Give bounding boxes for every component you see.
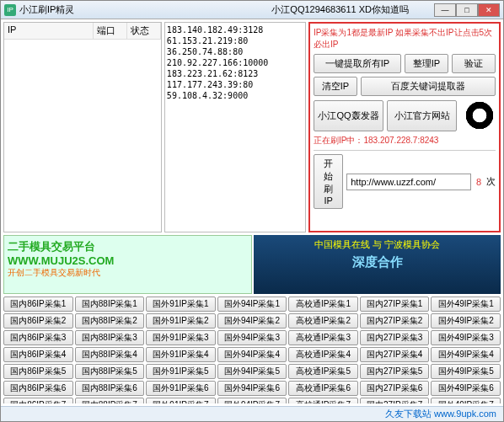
collector-button[interactable]: 国内88IP采集5 bbox=[75, 364, 145, 379]
collector-button[interactable]: 国内88IP采集2 bbox=[75, 313, 145, 329]
ip-log-line: 183.140.182.49:3128 bbox=[167, 24, 303, 35]
ip-log-line: 61.153.21.219:80 bbox=[167, 35, 303, 46]
baidu-keyword-button[interactable]: 百度关键词提取器 bbox=[361, 77, 496, 96]
collector-button[interactable]: 高校通IP采集1 bbox=[288, 296, 358, 312]
official-site-button[interactable]: 小江官方网站 bbox=[387, 100, 457, 131]
arrange-ip-button[interactable]: 整理IP bbox=[405, 54, 448, 73]
collector-button[interactable]: 国外94IP采集7 bbox=[217, 398, 287, 403]
url-input[interactable] bbox=[346, 174, 471, 190]
collector-button[interactable]: 国内27IP采集4 bbox=[360, 347, 430, 362]
collector-button[interactable]: 国内86IP采集3 bbox=[3, 330, 73, 345]
start-brush-button[interactable]: 开始刷IP bbox=[314, 154, 343, 209]
collector-button[interactable]: 国内86IP采集2 bbox=[3, 313, 73, 329]
col-ip: IP bbox=[4, 23, 94, 39]
collector-button-grid: 国内86IP采集1国内88IP采集1国外91IP采集1国外94IP采集1高校通I… bbox=[3, 296, 501, 403]
ip-log-line: 36.250.74.88:80 bbox=[167, 46, 303, 57]
titlebar: IP 小江刷IP精灵 小江QQ1294683611 XD你知道吗 — □ ✕ bbox=[1, 1, 503, 19]
ip-log-line: 183.223.21.62:8123 bbox=[167, 68, 303, 79]
ad-block: 二手模具交易平台 WWW.MUJU2S.COM 开创二手模具交易新时代 中国模具… bbox=[3, 235, 501, 294]
collector-button[interactable]: 国内27IP采集5 bbox=[360, 364, 430, 379]
collector-button[interactable]: 国外94IP采集5 bbox=[217, 364, 287, 379]
count-suffix: 次 bbox=[486, 175, 496, 188]
collector-button[interactable]: 高校通IP采集4 bbox=[288, 347, 358, 362]
collector-button[interactable]: 国内27IP采集7 bbox=[360, 398, 430, 403]
collector-button[interactable]: 国外91IP采集7 bbox=[146, 398, 216, 403]
collector-button[interactable]: 国内88IP采集4 bbox=[75, 347, 145, 362]
control-panel: IP采集为1都是最新IP 如果采集不出IP让点击5次必出IP 一键提取所有IP … bbox=[308, 22, 501, 232]
ip-log-panel[interactable]: 183.140.182.49:312861.153.21.219:8036.25… bbox=[164, 22, 306, 232]
collector-button[interactable]: 国外49IP采集6 bbox=[431, 381, 501, 396]
count-value: 8 bbox=[475, 177, 483, 187]
window-title: 小江刷IP精灵 bbox=[19, 3, 74, 16]
ip-log-line: 117.177.243.39:80 bbox=[167, 79, 303, 90]
collector-button[interactable]: 高校通IP采集2 bbox=[288, 313, 358, 329]
footer-link[interactable]: 久友下载站 www.9upk.com bbox=[385, 408, 496, 420]
clear-ip-button[interactable]: 清空IP bbox=[314, 77, 357, 96]
collector-button[interactable]: 国内88IP采集1 bbox=[75, 296, 145, 312]
col-port: 端口 bbox=[94, 23, 127, 39]
collector-button[interactable]: 国外94IP采集3 bbox=[217, 330, 287, 345]
collector-button[interactable]: 国外94IP采集4 bbox=[217, 347, 287, 362]
qq-penguin-icon bbox=[464, 99, 496, 131]
list-body[interactable] bbox=[4, 40, 161, 232]
collector-button[interactable]: 国外91IP采集2 bbox=[146, 313, 216, 329]
ip-list-panel: IP 端口 状态 bbox=[3, 22, 162, 232]
ad-banner-2[interactable]: 中国模具在线 与 宁波模具协会 深度合作 bbox=[254, 235, 501, 294]
collector-button[interactable]: 高校通IP采集5 bbox=[288, 364, 358, 379]
minimize-button[interactable]: — bbox=[434, 3, 456, 17]
collector-button[interactable]: 国内88IP采集7 bbox=[75, 398, 145, 403]
footer: 久友下载站 www.9upk.com bbox=[1, 406, 503, 421]
collector-button[interactable]: 国外91IP采集5 bbox=[146, 364, 216, 379]
app-icon: IP bbox=[4, 4, 16, 16]
app-window: IP 小江刷IP精灵 小江QQ1294683611 XD你知道吗 — □ ✕ I… bbox=[0, 0, 504, 422]
collector-button[interactable]: 国外49IP采集7 bbox=[431, 398, 501, 403]
qq-bomber-button[interactable]: 小江QQ轰发器 bbox=[314, 100, 383, 131]
collector-button[interactable]: 国外91IP采集3 bbox=[146, 330, 216, 345]
window-subtitle: 小江QQ1294683611 XD你知道吗 bbox=[271, 3, 409, 16]
collector-button[interactable]: 高校通IP采集7 bbox=[288, 398, 358, 403]
collector-button[interactable]: 国内86IP采集6 bbox=[3, 381, 73, 396]
verify-button[interactable]: 验证 bbox=[452, 54, 496, 73]
status-line: 正在刷IP中：183.207.228.7:8243 bbox=[314, 135, 496, 147]
collector-button[interactable]: 国内88IP采集3 bbox=[75, 330, 145, 345]
collector-button[interactable]: 国内27IP采集2 bbox=[360, 313, 430, 329]
hint-text: IP采集为1都是最新IP 如果采集不出IP让点击5次必出IP bbox=[314, 27, 496, 51]
collector-button[interactable]: 国外49IP采集3 bbox=[431, 330, 501, 345]
collector-button[interactable]: 国内86IP采集5 bbox=[3, 364, 73, 379]
ip-log-line: 210.92.227.166:10000 bbox=[167, 57, 303, 68]
close-button[interactable]: ✕ bbox=[478, 3, 500, 17]
collector-button[interactable]: 国外91IP采集1 bbox=[146, 296, 216, 312]
ad-banner-1[interactable]: 二手模具交易平台 WWW.MUJU2S.COM 开创二手模具交易新时代 bbox=[3, 235, 252, 294]
ip-log-line: 59.108.4.32:9000 bbox=[167, 90, 303, 101]
current-ip: 183.207.228.7:8243 bbox=[363, 136, 438, 145]
collector-button[interactable]: 高校通IP采集3 bbox=[288, 330, 358, 345]
collector-button[interactable]: 国外91IP采集4 bbox=[146, 347, 216, 362]
collector-button[interactable]: 国外49IP采集1 bbox=[431, 296, 501, 312]
collector-button[interactable]: 国内86IP采集1 bbox=[3, 296, 73, 312]
collector-button[interactable]: 国外94IP采集6 bbox=[217, 381, 287, 396]
list-header: IP 端口 状态 bbox=[4, 23, 161, 40]
collector-button[interactable]: 国内27IP采集3 bbox=[360, 330, 430, 345]
collector-button[interactable]: 国外94IP采集1 bbox=[217, 296, 287, 312]
maximize-button[interactable]: □ bbox=[456, 3, 478, 17]
collector-button[interactable]: 国内27IP采集1 bbox=[360, 296, 430, 312]
collector-button[interactable]: 国内86IP采集4 bbox=[3, 347, 73, 362]
collector-button[interactable]: 国外49IP采集5 bbox=[431, 364, 501, 379]
collector-button[interactable]: 国外49IP采集2 bbox=[431, 313, 501, 329]
collector-button[interactable]: 国外49IP采集4 bbox=[431, 347, 501, 362]
col-status: 状态 bbox=[127, 23, 161, 39]
collector-button[interactable]: 国内86IP采集7 bbox=[3, 398, 73, 403]
collector-button[interactable]: 国内88IP采集6 bbox=[75, 381, 145, 396]
collector-button[interactable]: 国内27IP采集6 bbox=[360, 381, 430, 396]
collector-button[interactable]: 国外91IP采集6 bbox=[146, 381, 216, 396]
collector-button[interactable]: 高校通IP采集6 bbox=[288, 381, 358, 396]
get-all-ip-button[interactable]: 一键提取所有IP bbox=[314, 54, 401, 73]
collector-button[interactable]: 国外94IP采集2 bbox=[217, 313, 287, 329]
